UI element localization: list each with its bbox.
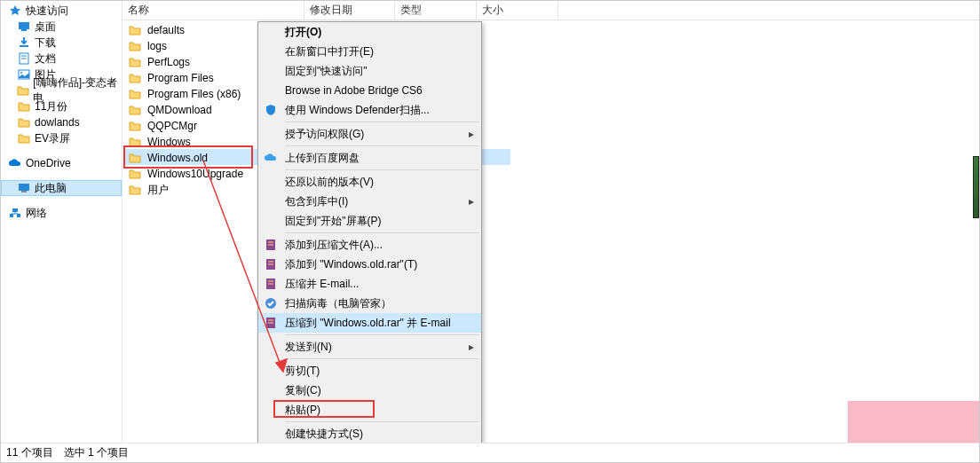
picture-icon: [17, 67, 31, 82]
file-row[interactable]: QMDownload: [122, 102, 979, 118]
svg-rect-12: [17, 214, 20, 217]
file-row[interactable]: PerfLogs: [122, 54, 979, 70]
pink-overlay: [848, 401, 979, 443]
cm-new-window[interactable]: 在新窗口中打开(E): [258, 42, 481, 61]
folder-icon: [128, 167, 142, 181]
sidebar-item-folder1[interactable]: [嗨嗨作品]-变态者电: [1, 82, 122, 98]
cm-addarc[interactable]: 添加到压缩文件(A)...: [258, 235, 481, 255]
cm-pin-start[interactable]: 固定到"开始"屏幕(P): [258, 211, 481, 231]
cm-sendto[interactable]: 发送到(N)▸: [258, 337, 481, 357]
shield-icon: [263, 102, 279, 118]
sidebar-quick-access[interactable]: 快速访问: [1, 3, 122, 19]
cm-grant-access[interactable]: 授予访问权限(G)▸: [258, 124, 481, 144]
folder-icon: [17, 99, 31, 114]
cm-separator: [285, 169, 479, 170]
svg-rect-20: [268, 263, 273, 265]
folder-icon: [128, 103, 142, 117]
status-selected-count: 选中 1 个项目: [64, 445, 129, 460]
folder-icon: [128, 87, 142, 101]
cm-label: 剪切(T): [285, 364, 320, 379]
download-icon: [17, 35, 31, 50]
network-icon: [8, 206, 22, 220]
cm-compress-email[interactable]: 压缩并 E-mail...: [258, 274, 481, 294]
file-row[interactable]: logs: [122, 38, 979, 54]
cm-bridge[interactable]: Browse in Adobe Bridge CS6: [258, 81, 481, 100]
folder-icon: [128, 119, 142, 133]
file-row-selected[interactable]: Windows.old: [122, 150, 979, 166]
cm-shortcut[interactable]: 创建快捷方式(S): [258, 424, 481, 443]
cm-copy[interactable]: 复制(C): [258, 381, 481, 400]
cm-label: 还原以前的版本(V): [285, 175, 374, 190]
cm-separator: [285, 145, 479, 146]
header-size[interactable]: 大小: [477, 0, 558, 20]
svg-rect-19: [268, 261, 273, 263]
svg-marker-0: [10, 5, 20, 15]
folder-icon: [17, 115, 31, 129]
cm-scan360[interactable]: 扫描病毒（电脑管家）: [258, 294, 481, 313]
cm-cut[interactable]: 剪切(T): [258, 361, 481, 381]
cm-separator: [285, 421, 479, 422]
cm-separator: [285, 122, 479, 122]
sidebar-label: 快速访问: [26, 4, 68, 19]
cm-label: 发送到(N): [285, 340, 332, 355]
svg-rect-23: [268, 283, 273, 285]
svg-rect-8: [19, 184, 29, 191]
header-date[interactable]: 修改日期: [304, 0, 395, 20]
svg-rect-9: [21, 191, 27, 192]
file-row[interactable]: defaults 2017/9/10 13:16 文件夹: [122, 22, 979, 38]
header-type[interactable]: 类型: [395, 0, 477, 20]
sidebar-network[interactable]: 网络: [1, 205, 122, 221]
pc-icon: [17, 181, 31, 195]
sidebar-label: 此电脑: [35, 181, 67, 196]
sidebar-item-folder3[interactable]: dowlands: [1, 114, 122, 130]
cm-open[interactable]: 打开(O): [258, 22, 481, 42]
rar-icon: [263, 315, 279, 331]
svg-rect-16: [268, 241, 273, 243]
cm-library[interactable]: 包含到库中(I)▸: [258, 192, 481, 211]
sidebar-item-downloads[interactable]: 下载: [1, 35, 122, 51]
cm-label: 压缩并 E-mail...: [285, 277, 359, 292]
rar-icon: [263, 237, 279, 253]
cm-label: 打开(O): [285, 25, 321, 40]
sidebar-thispc[interactable]: 此电脑: [1, 180, 122, 196]
svg-rect-27: [268, 322, 273, 324]
folder-icon: [128, 183, 142, 197]
sidebar-item-desktop[interactable]: 桌面: [1, 19, 122, 35]
cm-separator: [285, 358, 479, 359]
file-list: defaults 2017/9/10 13:16 文件夹 logs PerfLo…: [122, 20, 979, 198]
cloud-icon: [8, 156, 22, 170]
file-row[interactable]: Program Files: [122, 70, 979, 86]
svg-rect-22: [268, 280, 273, 282]
cm-defender[interactable]: 使用 Windows Defender扫描...: [258, 100, 481, 120]
right-tab[interactable]: [973, 156, 979, 218]
folder-icon: [128, 71, 142, 85]
chevron-right-icon: ▸: [469, 128, 474, 140]
cm-label: 在新窗口中打开(E): [285, 44, 374, 59]
sidebar-label: 桌面: [35, 20, 56, 35]
cm-separator: [285, 334, 479, 335]
folder-icon: [128, 151, 142, 165]
cm-restore[interactable]: 还原以前的版本(V): [258, 172, 481, 192]
cm-addto[interactable]: 添加到 "Windows.old.rar"(T): [258, 255, 481, 274]
sidebar-item-folder4[interactable]: EV录屏: [1, 130, 122, 146]
file-row[interactable]: Program Files (x86): [122, 86, 979, 102]
svg-point-7: [20, 72, 22, 74]
sidebar-onedrive[interactable]: OneDrive: [1, 155, 122, 171]
context-menu: 打开(O) 在新窗口中打开(E) 固定到"快速访问" Browse in Ado…: [257, 21, 482, 463]
file-row[interactable]: 用户: [122, 182, 979, 198]
cm-compress-email2[interactable]: 压缩到 "Windows.old.rar" 并 E-mail: [258, 313, 481, 333]
svg-rect-17: [268, 244, 273, 246]
sidebar-item-documents[interactable]: 文档: [1, 51, 122, 67]
folder-icon: [17, 83, 29, 98]
header-name[interactable]: 名称: [122, 0, 304, 20]
cm-upload-baidu[interactable]: 上传到百度网盘: [258, 148, 481, 168]
folder-icon: [128, 39, 142, 53]
cm-pin-quick[interactable]: 固定到"快速访问": [258, 61, 481, 81]
document-icon: [17, 51, 31, 66]
cm-label: 使用 Windows Defender扫描...: [285, 103, 430, 118]
file-row[interactable]: QQPCMgr: [122, 118, 979, 134]
folder-icon: [128, 23, 142, 37]
sidebar-label: 网络: [26, 206, 47, 221]
svg-rect-11: [10, 214, 13, 217]
cm-label: 上传到百度网盘: [285, 151, 360, 166]
